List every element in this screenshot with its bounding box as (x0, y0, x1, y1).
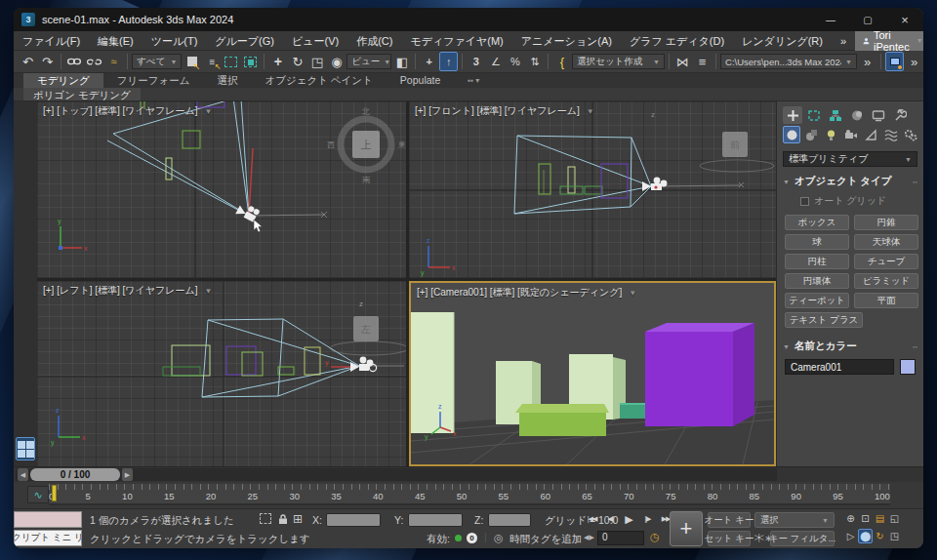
prev-frame-arrow[interactable]: ◀ (18, 468, 28, 481)
name-color-rollout[interactable]: ▼ 名前とカラー ▪▪ (783, 340, 917, 353)
viewport-left[interactable]: [+] [レフト] [標準] [ワイヤフレーム]▼ y (37, 281, 406, 466)
viewport-camera[interactable]: [+] [Camera001] [標準] [既定のシェーディング]▼ (409, 281, 776, 466)
viewcube[interactable]: 上 北 南 西 東 (327, 107, 406, 184)
menu-tools[interactable]: ツール(T) (143, 31, 207, 51)
menu-group[interactable]: グループ(G) (206, 31, 283, 51)
tab-polygon-modeling[interactable]: ポリゴン モデリング (23, 88, 141, 100)
selection-lock-icon[interactable] (277, 513, 289, 527)
x-coord-field[interactable] (326, 513, 381, 527)
menu-views[interactable]: ビュー(V) (283, 31, 347, 51)
viewport-front-label[interactable]: [+] [フロント] [標準] [ワイヤフレーム]▼ (415, 104, 594, 118)
isolate-count-badge[interactable]: 0 (467, 533, 477, 543)
time-marker[interactable] (52, 485, 57, 501)
select-scale-icon[interactable]: ◳ (307, 52, 326, 71)
mirror-icon[interactable]: ⋈ (673, 52, 692, 71)
ribbon-options-icon[interactable]: ▪▪ ▾ (454, 73, 493, 88)
viewcube[interactable]: 前 (700, 132, 774, 172)
named-selection-sets-icon[interactable]: { (552, 52, 571, 71)
funnel-icon[interactable]: ▼ (587, 107, 594, 116)
object-color-swatch[interactable] (900, 359, 916, 375)
maxscript-listener-label[interactable]: スクリプト ミニ リス (14, 530, 82, 546)
geosphere-button[interactable]: 天球体 (854, 234, 918, 250)
viewcube[interactable]: 左 (330, 316, 406, 355)
lights-category-icon[interactable] (823, 126, 840, 143)
box-pale-left[interactable] (411, 312, 454, 433)
create-tab-icon[interactable] (783, 106, 802, 124)
shapes-category-icon[interactable] (802, 126, 820, 143)
play-button[interactable]: ▶ (620, 511, 638, 527)
viewport-camera-scene[interactable]: z y x (411, 283, 774, 464)
rect-selection-region-icon[interactable] (222, 52, 240, 71)
prev-frame-button[interactable]: ◀|| (601, 511, 620, 527)
steering-wheel-icon[interactable]: ◎ (494, 532, 504, 544)
select-by-name-icon[interactable]: ≡↖ (202, 52, 221, 71)
spacewarps-category-icon[interactable] (882, 126, 900, 143)
tab-modeling[interactable]: モデリング (23, 73, 103, 88)
tab-freeform[interactable]: フリーフォーム (103, 73, 204, 88)
teapot-button[interactable]: ティーポット (785, 293, 849, 308)
cone-button[interactable]: 円錐 (854, 215, 918, 230)
mini-curve-editor-icon[interactable]: ∿ (27, 486, 49, 503)
set-key-button[interactable]: セット キー (708, 531, 751, 546)
angle-snap-icon[interactable]: ∠ (486, 52, 505, 71)
undo-icon[interactable]: ↶ (19, 52, 37, 71)
maxscript-mini-listener[interactable] (14, 511, 82, 528)
sphere-button[interactable]: 球 (785, 234, 849, 250)
fov-icon[interactable]: ▷ (843, 529, 858, 543)
motion-tab-icon[interactable] (847, 106, 867, 124)
camera-object[interactable] (350, 357, 377, 372)
current-frame-field[interactable]: 0 (597, 531, 644, 545)
render-setup-icon[interactable] (885, 52, 904, 71)
geometry-category-icon[interactable] (783, 126, 800, 143)
menu-edit[interactable]: 編集(E) (89, 31, 143, 51)
set-key-big-button[interactable]: + (670, 511, 703, 546)
spinner-snap-icon[interactable]: ⇅ (525, 52, 544, 71)
cylinder-button[interactable]: 円柱 (785, 254, 849, 269)
viewport-layout-tab-button[interactable] (16, 437, 35, 460)
cameras-category-icon[interactable] (842, 126, 860, 143)
go-to-start-button[interactable]: |◀◀ (583, 511, 601, 527)
textplus-button[interactable]: テキスト プラス (785, 312, 863, 328)
percent-snap-icon[interactable]: % (506, 52, 524, 71)
menu-animation[interactable]: アニメーション(A) (512, 31, 621, 51)
select-link-icon[interactable] (65, 52, 84, 71)
orbit-icon[interactable]: ↻ (873, 529, 887, 543)
snap-toggle-3d-icon[interactable]: 3 (467, 52, 485, 71)
use-pivot-center-icon[interactable]: ◧ (392, 52, 411, 71)
zoom-region-icon[interactable]: ◱ (887, 511, 902, 526)
tab-populate[interactable]: Populate (387, 73, 454, 88)
box-button[interactable]: ボックス (785, 215, 849, 230)
modify-tab-icon[interactable] (804, 106, 824, 124)
maximize-viewport-icon[interactable]: ◳ (887, 529, 902, 543)
box-bright-green[interactable] (519, 413, 606, 436)
viewport-camera-label[interactable]: [+] [Camera001] [標準] [既定のシェーディング]▼ (417, 286, 636, 300)
box-purple[interactable] (645, 332, 733, 426)
zoom-all-icon[interactable]: ⊡ (858, 511, 873, 526)
selection-filter-dropdown[interactable]: すべて▼ (132, 54, 182, 69)
object-type-rollout[interactable]: ▼ オブジェクト タイプ ▪▪ (783, 175, 917, 188)
maximize-button[interactable]: ▢ (849, 8, 886, 31)
close-button[interactable]: × (886, 8, 923, 31)
pyramid-button[interactable]: ピラミッド (854, 273, 918, 289)
primitive-category-dropdown[interactable]: 標準プリミティブ ▼ (783, 151, 917, 167)
utilities-tab-icon[interactable] (890, 106, 910, 124)
select-manipulate-icon[interactable]: + (420, 52, 438, 71)
zoom-icon[interactable]: ⊕ (843, 511, 858, 526)
hierarchy-tab-icon[interactable] (826, 106, 845, 124)
z-coord-field[interactable] (488, 513, 531, 527)
titlebar[interactable]: 3 scene-01.max - Autodesk 3ds Max 2024 —… (14, 8, 923, 31)
funnel-icon[interactable]: ▼ (205, 107, 213, 116)
y-coord-field[interactable] (408, 513, 463, 527)
redo-icon[interactable]: ↷ (38, 52, 57, 71)
align-icon[interactable]: ≡ (693, 52, 712, 71)
ref-coord-dropdown[interactable]: ビュー▼ (346, 54, 391, 69)
select-rotate-icon[interactable]: ↻ (288, 52, 306, 71)
keyboard-override-icon[interactable]: ↑ (439, 52, 458, 71)
auto-key-button[interactable]: オート キー (708, 512, 751, 528)
object-name-field[interactable]: Camera001 (785, 359, 894, 375)
tube-button[interactable]: チューブ (854, 254, 918, 269)
next-frame-button[interactable]: ||▶ (638, 511, 657, 527)
box-teal[interactable] (620, 404, 645, 419)
next-frame-arrow[interactable]: ▶ (122, 468, 133, 481)
viewport-front[interactable]: [+] [フロント] [標準] [ワイヤフレーム]▼ (409, 101, 776, 278)
